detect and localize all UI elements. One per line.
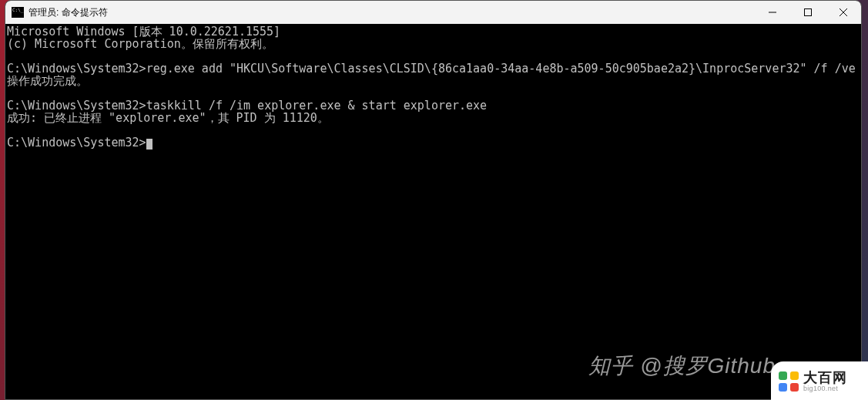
output-text: 操作成功完成。 — [7, 74, 88, 88]
maximize-button[interactable] — [790, 1, 826, 24]
window-title: 管理员: 命令提示符 — [28, 6, 108, 19]
cmd-icon — [12, 7, 24, 18]
close-button[interactable] — [826, 1, 861, 24]
command-text: reg.exe add "HKCU\Software\Classes\CLSID… — [146, 62, 856, 76]
window-controls — [755, 1, 861, 24]
cursor — [146, 139, 152, 150]
svg-rect-1 — [805, 9, 812, 16]
titlebar[interactable]: 管理员: 命令提示符 — [5, 1, 861, 24]
copyright-line: (c) Microsoft Corporation。保留所有权利。 — [7, 37, 273, 51]
prompt: C:\Windows\System32> — [7, 136, 146, 150]
minimize-button[interactable] — [755, 1, 790, 24]
output-text: 成功: 已终止进程 "explorer.exe"，其 PID 为 11120。 — [7, 111, 329, 125]
cmd-window: 管理员: 命令提示符 Microsoft Windows [版本 10.0.22… — [5, 0, 862, 400]
terminal-area[interactable]: Microsoft Windows [版本 10.0.22621.1555] (… — [5, 24, 861, 399]
